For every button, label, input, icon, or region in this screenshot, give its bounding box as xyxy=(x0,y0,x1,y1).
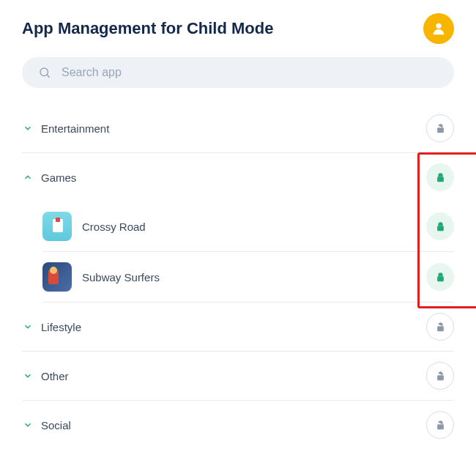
lock-toggle-crossy-road[interactable] xyxy=(426,212,454,240)
category-entertainment[interactable]: Entertainment xyxy=(22,104,454,153)
svg-point-8 xyxy=(439,227,441,229)
category-label: Entertainment xyxy=(41,122,109,135)
app-icon-crossy-road xyxy=(42,212,72,241)
category-label: Games xyxy=(41,171,76,184)
chevron-up-icon xyxy=(22,171,34,183)
search-icon xyxy=(38,66,51,79)
app-row-subway-surfers[interactable]: Subway Surfers xyxy=(42,252,454,303)
svg-point-4 xyxy=(439,129,441,130)
header: App Management for Child Mode xyxy=(22,13,454,44)
chevron-down-icon xyxy=(22,419,34,431)
app-icon-subway-surfers xyxy=(42,262,72,292)
unlock-icon xyxy=(435,322,446,333)
search-bar[interactable] xyxy=(22,57,454,88)
svg-line-2 xyxy=(47,75,49,77)
lock-icon xyxy=(435,172,446,183)
lock-icon xyxy=(435,272,446,283)
lock-toggle-entertainment[interactable] xyxy=(426,114,454,142)
category-social[interactable]: Social xyxy=(22,401,454,449)
app-row-crossy-road[interactable]: Crossy Road xyxy=(42,201,454,252)
lock-toggle-social[interactable] xyxy=(426,411,454,439)
lock-icon xyxy=(435,221,446,232)
category-lifestyle[interactable]: Lifestyle xyxy=(22,303,454,352)
svg-point-16 xyxy=(439,426,441,427)
lock-toggle-lifestyle[interactable] xyxy=(426,313,454,341)
chevron-down-icon xyxy=(22,122,34,134)
page-title: App Management for Child Mode xyxy=(22,19,273,38)
category-games[interactable]: Games xyxy=(22,153,454,201)
app-label: Subway Surfers xyxy=(82,271,160,284)
app-label: Crossy Road xyxy=(82,221,146,233)
svg-point-14 xyxy=(439,377,441,378)
category-label: Lifestyle xyxy=(41,321,81,333)
lock-toggle-games[interactable] xyxy=(426,163,454,191)
person-icon xyxy=(431,21,447,37)
lock-toggle-other[interactable] xyxy=(426,362,454,390)
svg-point-6 xyxy=(439,178,441,179)
svg-point-12 xyxy=(439,327,441,329)
chevron-down-icon xyxy=(22,370,34,382)
category-other[interactable]: Other xyxy=(22,352,454,401)
category-label: Social xyxy=(41,419,71,431)
svg-point-1 xyxy=(40,68,48,76)
svg-point-10 xyxy=(439,278,441,279)
lock-toggle-subway-surfers[interactable] xyxy=(426,263,454,291)
chevron-down-icon xyxy=(22,321,34,333)
unlock-icon xyxy=(435,123,446,134)
unlock-icon xyxy=(435,420,446,431)
unlock-icon xyxy=(435,371,446,382)
svg-point-0 xyxy=(436,23,441,29)
search-input[interactable] xyxy=(62,66,438,79)
child-avatar[interactable] xyxy=(423,13,454,44)
category-label: Other xyxy=(41,370,69,382)
app-management-screen: App Management for Child Mode Entertainm… xyxy=(22,13,454,449)
